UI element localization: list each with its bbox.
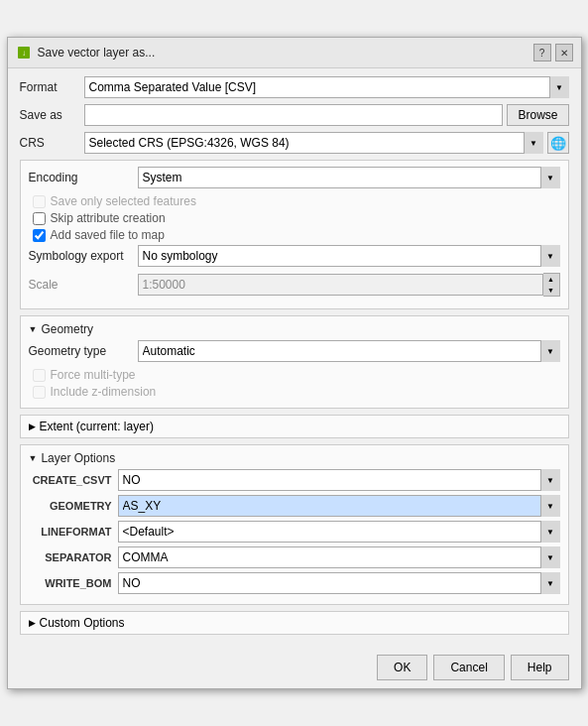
layer-option-value-container: AS_XY▼ xyxy=(118,495,560,517)
layer-option-key: CREATE_CSVT xyxy=(29,474,118,486)
layer-option-value-container: NO▼ xyxy=(118,469,560,491)
scale-spin-wrap: ▲ ▼ xyxy=(138,273,560,297)
layer-option-row: WRITE_BOMNO▼ xyxy=(29,572,560,594)
layer-option-value-container: COMMA▼ xyxy=(118,546,560,568)
scale-row: Scale ▲ ▼ xyxy=(29,273,560,297)
encoding-select[interactable]: System xyxy=(138,167,560,188)
geometry-type-row: Geometry type Automatic ▼ xyxy=(29,340,560,362)
crs-label: CRS xyxy=(20,136,84,150)
layer-options-panel: ▼ Layer Options CREATE_CSVTNO▼GEOMETRYAS… xyxy=(20,444,569,605)
geometry-header: ▼ Geometry xyxy=(29,322,560,336)
layer-option-select[interactable]: AS_XY xyxy=(118,495,560,517)
symbology-label: Symbology export xyxy=(29,249,138,263)
crs-select[interactable]: Selected CRS (EPSG:4326, WGS 84) xyxy=(84,132,543,154)
options-panel: Encoding System ▼ Save only selected fea… xyxy=(20,160,569,309)
extent-collapse-icon[interactable]: ▶ xyxy=(29,422,36,431)
layer-option-select[interactable]: <Default> xyxy=(118,521,560,543)
layer-options-collapse-icon[interactable]: ▼ xyxy=(29,453,38,463)
dialog-save-vector-layer: ↓ Save vector layer as... ? ✕ Format Com… xyxy=(7,37,582,689)
layer-option-value-container: NO▼ xyxy=(118,572,560,594)
browse-button[interactable]: Browse xyxy=(507,104,568,126)
extent-header: ▶ Extent (current: layer) xyxy=(29,420,560,433)
layer-option-row: LINEFORMAT<Default>▼ xyxy=(29,521,560,543)
extent-title: Extent (current: layer) xyxy=(40,420,154,433)
crs-row: CRS Selected CRS (EPSG:4326, WGS 84) ▼ 🌐 xyxy=(20,132,569,154)
scale-down-button[interactable]: ▼ xyxy=(543,285,559,296)
dialog-footer: OK Cancel Help xyxy=(8,649,581,688)
save-as-input[interactable] xyxy=(84,104,504,126)
geometry-type-label: Geometry type xyxy=(29,344,138,358)
svg-text:↓: ↓ xyxy=(22,49,26,58)
include-z-row: Include z-dimension xyxy=(29,385,560,399)
skip-attribute-row: Skip attribute creation xyxy=(29,211,560,225)
app-icon: ↓ xyxy=(16,45,32,60)
layer-option-select[interactable]: COMMA xyxy=(118,546,560,568)
scale-label: Scale xyxy=(29,278,138,292)
add-saved-checkbox[interactable] xyxy=(33,229,46,242)
geometry-collapse-icon[interactable]: ▼ xyxy=(29,324,38,334)
layer-option-row: GEOMETRYAS_XY▼ xyxy=(29,495,560,517)
format-row: Format Comma Separated Value [CSV] ▼ xyxy=(20,76,569,98)
titlebar-left: ↓ Save vector layer as... xyxy=(16,45,156,60)
layer-option-key: SEPARATOR xyxy=(29,551,118,563)
layer-option-select[interactable]: NO xyxy=(118,572,560,594)
layer-options-header: ▼ Layer Options xyxy=(29,451,560,465)
scale-input[interactable] xyxy=(138,274,543,296)
format-label: Format xyxy=(20,80,84,94)
save-only-checkbox[interactable] xyxy=(33,195,46,208)
close-button[interactable]: ✕ xyxy=(555,44,573,61)
symbology-select[interactable]: No symbology xyxy=(138,245,560,267)
dialog-content: Format Comma Separated Value [CSV] ▼ Sav… xyxy=(8,68,581,649)
dialog-title: Save vector layer as... xyxy=(38,46,156,60)
layer-options-rows: CREATE_CSVTNO▼GEOMETRYAS_XY▼LINEFORMAT<D… xyxy=(29,469,560,594)
custom-options-collapse-icon[interactable]: ▶ xyxy=(29,618,36,628)
layer-option-key: GEOMETRY xyxy=(29,500,118,512)
custom-options-header: ▶ Custom Options xyxy=(29,616,560,630)
layer-option-select[interactable]: NO xyxy=(118,469,560,491)
save-as-row: Save as Browse xyxy=(20,104,569,126)
format-select[interactable]: Comma Separated Value [CSV] xyxy=(84,76,569,98)
force-multi-row: Force multi-type xyxy=(29,368,560,382)
skip-attribute-checkbox[interactable] xyxy=(33,212,46,225)
cancel-button[interactable]: Cancel xyxy=(433,655,504,680)
encoding-combo-container: System ▼ xyxy=(138,167,560,188)
ok-button[interactable]: OK xyxy=(377,655,427,680)
layer-option-row: CREATE_CSVTNO▼ xyxy=(29,469,560,491)
symbology-combo-container: No symbology ▼ xyxy=(138,245,560,267)
geometry-type-select[interactable]: Automatic xyxy=(138,340,560,362)
add-saved-label: Add saved file to map xyxy=(51,228,165,242)
add-saved-row: Add saved file to map xyxy=(29,228,560,242)
crs-combo-container: Selected CRS (EPSG:4326, WGS 84) ▼ xyxy=(84,132,543,154)
force-multi-label: Force multi-type xyxy=(51,368,136,382)
geometry-type-combo-container: Automatic ▼ xyxy=(138,340,560,362)
custom-options-title: Custom Options xyxy=(40,616,125,630)
crs-globe-button[interactable]: 🌐 xyxy=(547,132,569,154)
force-multi-checkbox[interactable] xyxy=(33,369,46,382)
symbology-row: Symbology export No symbology ▼ xyxy=(29,245,560,267)
encoding-label: Encoding xyxy=(29,171,138,184)
layer-option-key: LINEFORMAT xyxy=(29,526,118,538)
format-combo-container: Comma Separated Value [CSV] ▼ xyxy=(84,76,569,98)
skip-attribute-label: Skip attribute creation xyxy=(51,211,166,225)
extent-panel: ▶ Extent (current: layer) xyxy=(20,415,569,438)
include-z-label: Include z-dimension xyxy=(51,385,157,399)
save-only-row: Save only selected features xyxy=(29,194,560,208)
save-only-label: Save only selected features xyxy=(51,194,196,208)
layer-option-row: SEPARATORCOMMA▼ xyxy=(29,546,560,568)
save-as-label: Save as xyxy=(20,108,84,122)
scale-up-button[interactable]: ▲ xyxy=(543,274,559,285)
scale-spinners: ▲ ▼ xyxy=(543,273,560,297)
titlebar: ↓ Save vector layer as... ? ✕ xyxy=(8,38,581,68)
geometry-title: Geometry xyxy=(41,322,93,336)
help-button[interactable]: ? xyxy=(533,44,551,61)
geometry-panel: ▼ Geometry Geometry type Automatic ▼ For… xyxy=(20,315,569,409)
help-footer-button[interactable]: Help xyxy=(511,655,569,680)
custom-options-panel: ▶ Custom Options xyxy=(20,611,569,635)
layer-option-value-container: <Default>▼ xyxy=(118,521,560,543)
titlebar-controls: ? ✕ xyxy=(533,44,573,61)
encoding-row: Encoding System ▼ xyxy=(29,167,560,188)
include-z-checkbox[interactable] xyxy=(33,386,46,399)
layer-option-key: WRITE_BOM xyxy=(29,577,118,589)
layer-options-title: Layer Options xyxy=(41,451,115,465)
